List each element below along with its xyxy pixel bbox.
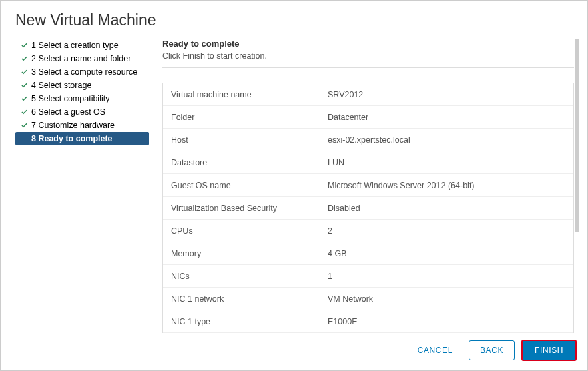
summary-row: Hostesxi-02.xpertstec.local xyxy=(163,129,573,151)
summary-label: Virtual machine name xyxy=(163,85,320,105)
step-label: 8 Ready to complete xyxy=(31,134,113,143)
summary-row: NIC 1 typeE1000E xyxy=(163,310,573,333)
step-label: 4 Select storage xyxy=(31,81,91,90)
wizard-step[interactable]: 7 Customize hardware xyxy=(15,119,149,132)
summary-row: NIC 1 networkVM Network xyxy=(163,288,573,310)
summary-label: Host xyxy=(163,130,320,150)
dialog-title: New Virtual Machine xyxy=(1,1,587,39)
summary-row: NICs1 xyxy=(163,265,573,288)
divider xyxy=(162,67,574,68)
summary-row: Memory4 GB xyxy=(163,242,573,265)
summary-label: Datastore xyxy=(163,153,320,173)
step-label: 1 Select a creation type xyxy=(31,41,119,50)
main-panel: Ready to complete Click Finish to start … xyxy=(149,39,579,333)
wizard-step[interactable]: 4 Select storage xyxy=(15,79,149,92)
summary-row: FolderDatacenter xyxy=(163,106,573,129)
wizard-step[interactable]: 5 Select compatibility xyxy=(15,92,149,105)
check-icon xyxy=(19,42,29,49)
summary-row: Virtualization Based SecurityDisabled xyxy=(163,197,573,220)
step-subtext: Click Finish to start creation. xyxy=(162,51,574,61)
summary-row: DatastoreLUN xyxy=(163,151,573,174)
step-label: 5 Select compatibility xyxy=(31,94,109,103)
check-icon xyxy=(19,82,29,89)
summary-label: CPUs xyxy=(163,221,320,241)
cancel-button[interactable]: CANCEL xyxy=(408,340,462,360)
wizard-steps: 1 Select a creation type2 Select a name … xyxy=(15,39,149,333)
wizard-step[interactable]: 6 Select a guest OS xyxy=(15,105,149,119)
summary-label: Memory xyxy=(163,244,320,264)
summary-row: Virtual machine nameSRV2012 xyxy=(163,83,573,106)
dialog: New Virtual Machine 1 Select a creation … xyxy=(0,0,588,371)
wizard-step[interactable]: 2 Select a name and folder xyxy=(15,52,149,65)
summary-label: NIC 1 network xyxy=(163,289,320,309)
summary-value: Datacenter xyxy=(320,107,573,127)
scrollbar[interactable] xyxy=(575,39,579,232)
content: 1 Select a creation type2 Select a name … xyxy=(1,39,587,333)
check-icon xyxy=(19,109,29,116)
wizard-step[interactable]: 8 Ready to complete xyxy=(15,132,149,145)
step-heading: Ready to complete xyxy=(162,39,574,49)
step-label: 7 Customize hardware xyxy=(31,121,115,130)
step-label: 2 Select a name and folder xyxy=(31,54,131,63)
summary-value: esxi-02.xpertstec.local xyxy=(320,130,573,150)
summary-value: 2 xyxy=(320,221,573,241)
summary-value: Microsoft Windows Server 2012 (64-bit) xyxy=(320,175,573,196)
summary-table: Virtual machine nameSRV2012FolderDatacen… xyxy=(162,83,574,333)
wizard-step[interactable]: 1 Select a creation type xyxy=(15,39,149,52)
check-icon xyxy=(19,122,29,129)
footer: CANCEL BACK FINISH xyxy=(1,333,587,370)
summary-label: Folder xyxy=(163,107,320,127)
step-label: 3 Select a compute resource xyxy=(31,67,137,77)
summary-value: LUN xyxy=(320,153,573,173)
check-icon xyxy=(19,69,29,76)
back-button[interactable]: BACK xyxy=(469,340,515,360)
summary-value: Disabled xyxy=(320,198,573,218)
summary-label: NICs xyxy=(163,266,320,286)
summary-value: 1 xyxy=(320,266,573,286)
check-icon xyxy=(19,95,29,103)
summary-label: NIC 1 type xyxy=(163,312,320,332)
summary-label: Guest OS name xyxy=(163,175,320,196)
summary-value: VM Network xyxy=(320,289,573,309)
step-label: 6 Select a guest OS xyxy=(31,107,105,117)
check-icon xyxy=(19,55,29,63)
summary-label: Virtualization Based Security xyxy=(163,198,320,218)
summary-value: 4 GB xyxy=(320,244,573,264)
summary-row: Guest OS nameMicrosoft Windows Server 20… xyxy=(163,174,573,197)
finish-button[interactable]: FINISH xyxy=(521,340,577,361)
wizard-step[interactable]: 3 Select a compute resource xyxy=(15,65,149,79)
summary-value: SRV2012 xyxy=(320,85,573,105)
summary-row: CPUs2 xyxy=(163,220,573,242)
summary-value: E1000E xyxy=(320,312,573,332)
